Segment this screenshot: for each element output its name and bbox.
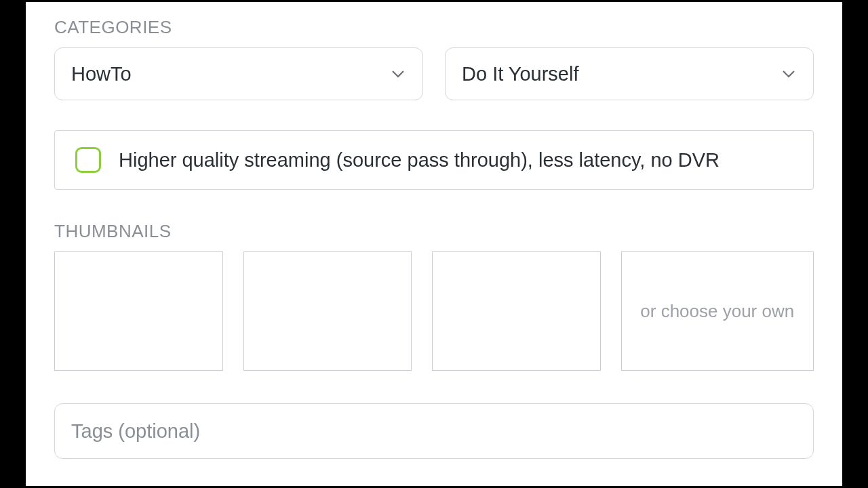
thumbnail-slot-1[interactable] [54, 251, 223, 371]
thumbnails-row: or choose your own [54, 251, 814, 371]
categories-row: HowTo Do It Yourself [54, 47, 814, 100]
thumbnail-slot-3[interactable] [432, 251, 601, 371]
thumbnail-slot-2[interactable] [243, 251, 412, 371]
form-content: CATEGORIES HowTo Do It Yourself Higher q… [26, 2, 842, 486]
letterbox-right [842, 0, 868, 488]
categories-label: CATEGORIES [54, 17, 814, 38]
category-secondary-select[interactable]: Do It Yourself [445, 47, 814, 100]
thumbnail-choose-text: or choose your own [640, 299, 794, 323]
chevron-down-icon [782, 67, 795, 81]
thumbnail-choose-own[interactable]: or choose your own [621, 251, 814, 371]
streaming-quality-checkbox[interactable] [75, 147, 101, 173]
streaming-quality-label: Higher quality streaming (source pass th… [119, 148, 793, 172]
category-primary-value: HowTo [71, 63, 132, 85]
category-secondary-value: Do It Yourself [462, 63, 579, 85]
tags-input[interactable] [54, 403, 814, 459]
streaming-option-box: Higher quality streaming (source pass th… [54, 130, 814, 190]
category-primary-select[interactable]: HowTo [54, 47, 423, 100]
thumbnails-label: THUMBNAILS [54, 221, 814, 242]
chevron-down-icon [391, 67, 405, 81]
letterbox-left [0, 0, 26, 488]
